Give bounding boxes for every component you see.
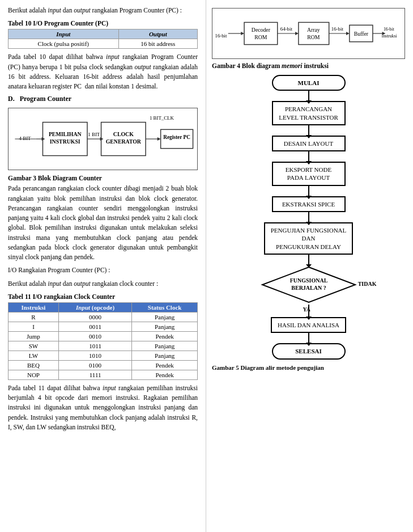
- fc-arrow-6: [308, 255, 309, 265]
- table11-cell: 0000: [58, 312, 131, 322]
- svg-text:Array: Array: [307, 27, 320, 33]
- pc-diagram-svg: PEMILIHAN INSTRUKSI 4 BIT CLOCK GENERATO…: [8, 108, 197, 170]
- pc-diagram: PEMILIHAN INSTRUKSI 4 BIT CLOCK GENERATO…: [8, 108, 198, 170]
- table10-header-output: Output: [118, 29, 197, 39]
- svg-text:Buffer: Buffer: [354, 31, 369, 37]
- svg-text:16-bit: 16-bit: [215, 33, 228, 39]
- svg-text:FUNGSIONAL: FUNGSIONAL: [289, 277, 327, 284]
- fig5-caption: Gambar 5 Diagram alir metode pengujian: [212, 364, 405, 371]
- svg-text:4 BIT: 4 BIT: [19, 136, 31, 141]
- table10-cell-input: Clock (pulsa positif): [8, 39, 119, 49]
- table11-cell: 0010: [58, 331, 131, 341]
- table10-title: Tabel 10 I/O Program Counter (PC): [8, 20, 198, 27]
- table11-cell: I: [8, 322, 59, 331]
- left-column: Berikut adalah input dan output rangkaia…: [0, 0, 206, 532]
- table11-cell: LW: [8, 351, 59, 360]
- table11-cell: NOP: [8, 370, 59, 379]
- fc-box3: EKSPORT NODEPADA LAYOUT: [272, 162, 346, 186]
- flowchart: MULAI PERANCANGANLEVEL TRANSISTOR DESAIN…: [212, 75, 405, 371]
- table11-cell: 1010: [58, 351, 131, 360]
- svg-text:Register PC: Register PC: [163, 134, 190, 140]
- table11-header-instruksi: Instruksi: [8, 302, 59, 312]
- para2: Pada perancangan rangkaian clock counter…: [8, 184, 198, 262]
- table11-cell: Panjang: [132, 322, 198, 331]
- fc-arrow-7: [308, 305, 309, 317]
- table-row: Clock (pulsa positif) 16 bit address: [8, 39, 198, 49]
- table11-cell: 0100: [58, 360, 131, 370]
- fc-arrow-4: [308, 186, 309, 196]
- svg-marker-32: [346, 32, 350, 35]
- table11-cell: Pendek: [132, 370, 198, 379]
- table11-cell: 1011: [58, 341, 131, 351]
- fc-box5: PENGUJIAN FUNGSIONALDANPENGUKURAN DELAY: [264, 222, 354, 255]
- memory-diagram-svg: 16-bit Decoder ROM 64-bit Array ROM 16-b…: [212, 9, 405, 58]
- table11-cell: R: [8, 312, 59, 322]
- fc-arrow-1: [308, 91, 309, 101]
- table10-header-input: Input: [8, 29, 119, 39]
- fc-arrow-8: [308, 333, 309, 343]
- table11-header-status: Status Clock: [132, 302, 198, 312]
- fc-arrow-3: [308, 151, 309, 162]
- table11-cell: SW: [8, 341, 59, 351]
- table-row: I0011Panjang: [8, 322, 198, 331]
- table-row: LW1010Panjang: [8, 351, 198, 360]
- svg-text:1 BIT_CLK: 1 BIT_CLK: [150, 115, 174, 121]
- fc-diamond-wrapper: FUNGSIONAL BERJALAN ? TIDAK YA: [258, 265, 360, 305]
- para3b: Berikut adalah input dan output rangkaia…: [8, 279, 198, 289]
- para1: Pada tabel 10 dapat dilihat bahwa input …: [8, 52, 198, 91]
- svg-text:64-bit: 64-bit: [280, 26, 293, 32]
- svg-text:16-bit: 16-bit: [331, 26, 344, 32]
- fc-start: MULAI: [272, 75, 346, 91]
- table11-cell: Pendek: [132, 331, 198, 341]
- table11-title: Tabel 11 I/O rangkaian Clock Counter: [8, 293, 198, 300]
- table11-cell: 0011: [58, 322, 131, 331]
- table11-cell: Jump: [8, 331, 59, 341]
- fc-arrow-5: [308, 212, 309, 222]
- table-row: BEQ0100Pendek: [8, 360, 198, 370]
- fc-diamond-svg: FUNGSIONAL BERJALAN ?: [258, 265, 360, 305]
- fc-box1: PERANCANGANLEVEL TRANSISTOR: [272, 101, 346, 125]
- svg-text:1 BIT: 1 BIT: [88, 132, 100, 137]
- mem-caption: Gambar 4 Blok diagram memori instruksi: [212, 62, 405, 69]
- para4: Pada tabel 11 dapat dilihat bahwa input …: [8, 383, 198, 432]
- svg-text:INSTRUKSI: INSTRUKSI: [50, 138, 80, 145]
- table11-cell: Panjang: [132, 351, 198, 360]
- table11-header-input: Input (opcode): [58, 302, 131, 312]
- table10-cell-output: 16 bit address: [118, 39, 197, 49]
- fc-ya-label: YA: [303, 306, 311, 313]
- right-column: 16-bit Decoder ROM 64-bit Array ROM 16-b…: [206, 0, 413, 532]
- svg-marker-26: [295, 32, 299, 35]
- svg-text:Decoder: Decoder: [252, 27, 271, 33]
- intro-paragraph: Berikut adalah input dan output rangkaia…: [8, 6, 198, 15]
- table10: Input Output Clock (pulsa positif) 16 bi…: [8, 29, 198, 49]
- svg-text:16-bit: 16-bit: [384, 27, 394, 32]
- section-d-label: D. Program Counter: [8, 95, 198, 103]
- table11-cell: Pendek: [132, 360, 198, 370]
- svg-text:ROM: ROM: [254, 34, 267, 40]
- table11-cell: BEQ: [8, 360, 59, 370]
- svg-text:GENERATOR: GENERATOR: [106, 138, 142, 145]
- table-row: SW1011Panjang: [8, 341, 198, 351]
- fc-arrow-2: [308, 125, 309, 136]
- table11-cell: Panjang: [132, 312, 198, 322]
- table-row: R0000Panjang: [8, 312, 198, 322]
- para3: I/O Rangkaian Program Counter (PC) :: [8, 265, 198, 275]
- svg-marker-20: [241, 32, 244, 35]
- svg-text:BERJALAN ?: BERJALAN ?: [291, 285, 326, 291]
- svg-marker-15: [157, 137, 161, 141]
- table11: Instruksi Input (opcode) Status Clock R0…: [8, 302, 198, 380]
- fig3-caption: Gambar 3 Blok Diagram Counter: [8, 175, 198, 181]
- svg-text:instruksi: instruksi: [382, 33, 398, 39]
- svg-text:CLOCK: CLOCK: [113, 131, 134, 137]
- memory-diagram: 16-bit Decoder ROM 64-bit Array ROM 16-b…: [212, 8, 405, 59]
- table-row: NOP1111Pendek: [8, 370, 198, 379]
- table11-cell: 1111: [58, 370, 131, 379]
- page: Berikut adalah input dan output rangkaia…: [0, 0, 413, 532]
- table11-cell: Panjang: [132, 341, 198, 351]
- svg-text:ROM: ROM: [307, 34, 320, 40]
- table-row: Jump0010Pendek: [8, 331, 198, 341]
- fc-tidak-label: TIDAK: [358, 281, 377, 287]
- svg-text:PEMILIHAN: PEMILIHAN: [49, 131, 82, 137]
